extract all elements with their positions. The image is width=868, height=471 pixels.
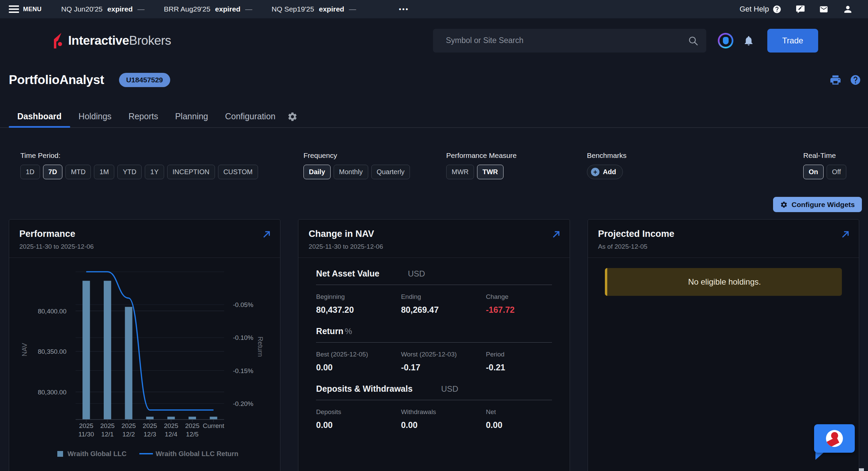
widget-subtitle: 2025-11-30 to 2025-12-06 (309, 243, 559, 250)
feedback-button[interactable] (796, 5, 805, 14)
frequency-option-monthly[interactable]: Monthly (334, 165, 368, 179)
performance-measure-option-twr[interactable]: TWR (477, 165, 504, 179)
tab-reports[interactable]: Reports (120, 102, 167, 128)
time-period-option-custom[interactable]: CUSTOM (218, 165, 258, 179)
account-id-badge[interactable]: U18457529 (119, 73, 170, 87)
nav-bar (82, 281, 90, 419)
expand-performance-button[interactable] (262, 230, 271, 240)
tab-holdings[interactable]: Holdings (70, 102, 120, 128)
stat-label: Best (2025-12-05) (316, 351, 401, 358)
ticker-status: expired (319, 5, 344, 13)
x-axis-label: 12/5 (186, 431, 199, 438)
performance-measure-option-mwr[interactable]: MWR (446, 165, 474, 179)
legend-item-return[interactable]: Wraith Global LLC Return (139, 450, 238, 457)
page-help-button[interactable] (850, 74, 861, 86)
brand-name: InteractiveBrokers (68, 34, 171, 48)
search-input[interactable] (445, 36, 688, 45)
stat-change: Change-167.72 (486, 293, 552, 315)
chat-bubble-tail (815, 452, 824, 460)
real-time-option-off[interactable]: Off (827, 165, 846, 179)
ib-logo[interactable]: InteractiveBrokers (53, 33, 171, 49)
help-circle-icon (772, 5, 782, 14)
chat-bubble-body (814, 424, 855, 453)
x-axis-label: 2025 (185, 422, 199, 429)
chat-assistant-button[interactable] (814, 424, 855, 460)
section-divider (316, 400, 552, 400)
section-heading: Deposits & WithdrawalsUSD (316, 384, 552, 394)
stat-value: 0.00 (401, 420, 486, 430)
messages-button[interactable] (819, 5, 828, 14)
ticker-item-brr-aug29-25[interactable]: BRR Aug29'25expired— (164, 5, 252, 13)
ticker-item-nq-sep19-25[interactable]: NQ Sep19'25expired— (272, 5, 356, 13)
nav-section-net-asset-value: Net Asset ValueUSDBeginning80,437.20Endi… (316, 269, 552, 315)
frequency-option-daily[interactable]: Daily (303, 165, 331, 179)
expand-change-in-nav-button[interactable] (552, 230, 561, 240)
question-circle-icon (850, 74, 861, 86)
stat-best-2025-12-05: Best (2025-12-05)0.00 (316, 351, 401, 372)
assistant-icon[interactable] (718, 33, 733, 48)
stat-label: Worst (2025-12-03) (401, 351, 486, 358)
print-button[interactable] (829, 74, 842, 86)
search-box[interactable] (433, 29, 706, 53)
mail-icon (819, 5, 828, 14)
expand-projected-income-button[interactable] (841, 230, 850, 240)
nav-bar (125, 307, 132, 419)
ticker-value: — (245, 5, 252, 13)
tab-dashboard[interactable]: Dashboard (9, 102, 70, 128)
page-title-row: PortfolioAnalyst U18457529 (0, 63, 868, 87)
time-period-option-mtd[interactable]: MTD (65, 165, 91, 179)
widget-title: Performance (19, 229, 270, 239)
dashboard-widgets: Performance 2025-11-30 to 2025-12-06 80,… (0, 219, 868, 471)
trade-button[interactable]: Trade (767, 29, 818, 53)
add-benchmark-label: Add (603, 168, 616, 176)
menu-button[interactable]: MENU (9, 5, 42, 13)
configure-widgets-button[interactable]: Configure Widgets (773, 197, 862, 212)
ticker-status: expired (107, 5, 133, 13)
change-in-nav-widget-header: Change in NAV 2025-11-30 to 2025-12-06 (298, 220, 569, 258)
get-help-button[interactable]: Get Help (739, 5, 782, 14)
widget-title: Projected Income (598, 229, 849, 239)
more-tickers-button[interactable]: ••• (397, 5, 411, 14)
tab-planning[interactable]: Planning (166, 102, 216, 128)
left-axis-tick: 80,400.00 (38, 308, 66, 315)
performance-measure-label: Performance Measure (446, 151, 517, 160)
user-icon (843, 4, 853, 15)
stat-period: Period-0.21 (486, 351, 552, 372)
ticker-value: — (137, 5, 144, 13)
add-benchmark-button[interactable]: + Add (587, 165, 623, 179)
ticker-symbol: NQ Jun20'25 (61, 5, 103, 13)
section-heading-text: Net Asset Value (316, 269, 379, 279)
time-period-option-1d[interactable]: 1D (20, 165, 40, 179)
real-time-filter: Real-Time OnOff (803, 151, 846, 179)
ticker-item-nq-jun20-25[interactable]: NQ Jun20'25expired— (61, 5, 145, 13)
gear-icon (780, 201, 788, 208)
main-tabs: DashboardHoldingsReportsPlanningConfigur… (0, 102, 868, 128)
ticker-strip: NQ Jun20'25expired—BRR Aug29'25expired—N… (61, 5, 356, 13)
performance-widget-header: Performance 2025-11-30 to 2025-12-06 (9, 220, 280, 258)
stat-label: Deposits (316, 408, 401, 416)
assistant-blob (723, 37, 729, 44)
tabs-settings-button[interactable] (287, 111, 298, 128)
x-axis-label: 11/30 (78, 431, 94, 438)
real-time-option-on[interactable]: On (803, 165, 824, 179)
legend-item-nav[interactable]: Wraith Global LLC (57, 450, 126, 457)
gear-icon (287, 111, 298, 122)
stat-value: -167.72 (486, 305, 552, 315)
frequency-option-quarterly[interactable]: Quarterly (371, 165, 410, 179)
stat-value: 80,437.20 (316, 305, 401, 315)
section-heading: Return% (316, 326, 552, 336)
time-period-option-ytd[interactable]: YTD (117, 165, 142, 179)
get-help-label: Get Help (739, 5, 769, 14)
notifications-button[interactable] (743, 35, 754, 46)
tab-configuration[interactable]: Configuration (217, 102, 284, 128)
assistant-inner-ring (719, 35, 732, 47)
time-period-option-7d[interactable]: 7D (43, 165, 63, 179)
time-period-option-inception[interactable]: INCEPTION (167, 165, 215, 179)
x-axis-label: 12/3 (144, 431, 156, 438)
time-period-option-1m[interactable]: 1M (94, 165, 114, 179)
account-button[interactable] (843, 4, 853, 15)
projected-income-body: No eligible holdings. (588, 258, 859, 306)
stat-value: 80,269.47 (401, 305, 486, 315)
time-period-option-1y[interactable]: 1Y (145, 165, 164, 179)
nav-bar (189, 417, 196, 419)
